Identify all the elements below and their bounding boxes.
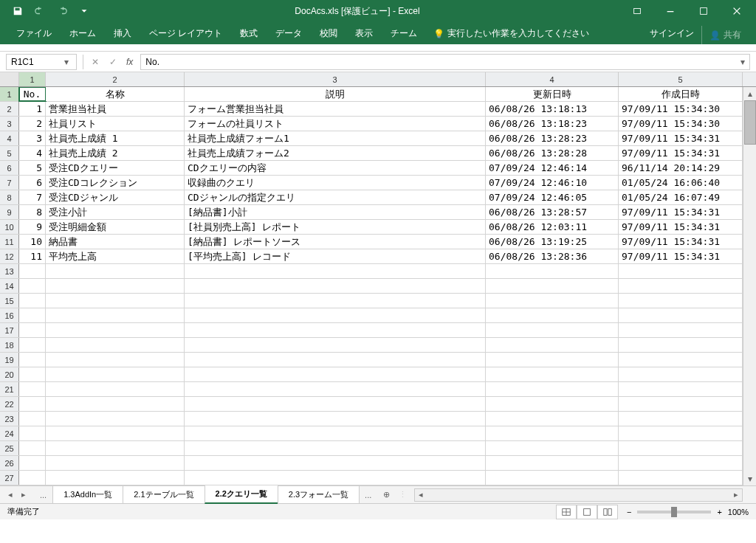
sheet-nav-first[interactable]: ◂	[4, 490, 16, 499]
cell[interactable]	[46, 323, 185, 337]
cell-name[interactable]: 受注小計	[46, 205, 185, 219]
cell-updated[interactable]: 07/09/24 12:46:05	[486, 190, 619, 204]
cell[interactable]	[619, 412, 743, 426]
cell[interactable]	[19, 382, 46, 396]
cell-no[interactable]: 7	[19, 190, 46, 204]
cell-created[interactable]: 97/09/11 15:34:30	[619, 102, 743, 116]
cell-updated[interactable]: 06/08/26 13:18:13	[486, 102, 619, 116]
cell[interactable]	[19, 308, 46, 322]
cell-desc[interactable]: フォーム営業担当社員	[185, 102, 486, 116]
tab-team[interactable]: チーム	[382, 23, 426, 44]
cell-created[interactable]: 97/09/11 15:34:30	[619, 117, 743, 131]
cell[interactable]	[19, 441, 46, 455]
cell-updated[interactable]: 07/09/24 12:46:10	[486, 176, 619, 190]
column-header-5[interactable]: 5	[619, 72, 743, 86]
cell[interactable]	[19, 471, 46, 485]
cell[interactable]	[19, 367, 46, 381]
row-header[interactable]: 9	[0, 205, 19, 219]
row-header[interactable]: 25	[0, 441, 19, 455]
cell-updated[interactable]: 06/08/26 13:28:28	[486, 146, 619, 160]
undo-button[interactable]	[30, 2, 50, 20]
cell[interactable]	[19, 279, 46, 293]
cell-updated[interactable]: 07/09/24 12:46:14	[486, 161, 619, 175]
row-header[interactable]: 12	[0, 249, 19, 263]
tab-insert[interactable]: 挿入	[105, 23, 140, 44]
row-header[interactable]: 23	[0, 412, 19, 426]
row-header[interactable]: 10	[0, 220, 19, 234]
horizontal-scrollbar[interactable]: ◂ ▸	[414, 488, 743, 502]
vertical-scrollbar[interactable]: ▴ ▾	[743, 87, 756, 485]
cell[interactable]	[185, 456, 486, 470]
cell-no[interactable]: 8	[19, 205, 46, 219]
share-button[interactable]: 👤 共有	[701, 26, 749, 44]
cell[interactable]	[486, 323, 619, 337]
cell-name[interactable]: 納品書	[46, 235, 185, 249]
zoom-in-button[interactable]: +	[717, 508, 721, 516]
row-header[interactable]: 18	[0, 338, 19, 352]
new-sheet-button[interactable]: ⊕	[377, 490, 396, 499]
cell-name[interactable]: 受注CDクエリー	[46, 161, 185, 175]
cell-desc[interactable]: 収録曲のクエリ	[185, 176, 486, 190]
column-header-2[interactable]: 2	[46, 72, 185, 86]
row-header[interactable]: 7	[0, 176, 19, 190]
cell[interactable]	[19, 397, 46, 411]
cell[interactable]	[185, 264, 486, 278]
cell[interactable]	[619, 279, 743, 293]
cell[interactable]	[619, 294, 743, 308]
cell[interactable]	[185, 279, 486, 293]
cell[interactable]	[486, 412, 619, 426]
row-header[interactable]: 21	[0, 382, 19, 396]
cell[interactable]	[486, 456, 619, 470]
cell[interactable]	[619, 308, 743, 322]
tab-review[interactable]: 校閲	[311, 23, 346, 44]
scroll-up-icon[interactable]: ▴	[743, 87, 756, 100]
cell-created[interactable]: 97/09/11 15:34:31	[619, 131, 743, 145]
row-header[interactable]: 2	[0, 102, 19, 116]
cell[interactable]	[486, 308, 619, 322]
cell-created[interactable]: 97/09/11 15:34:31	[619, 205, 743, 219]
cell-header-created[interactable]: 作成日時	[619, 87, 743, 101]
cell[interactable]	[185, 471, 486, 485]
zoom-out-button[interactable]: −	[627, 508, 631, 516]
cell-updated[interactable]: 06/08/26 13:28:36	[486, 249, 619, 263]
cell-no[interactable]: 5	[19, 161, 46, 175]
sheet-tab-table[interactable]: 2.1テーブル一覧	[123, 486, 205, 504]
cell[interactable]	[486, 397, 619, 411]
cell[interactable]	[619, 367, 743, 381]
cell-created[interactable]: 97/09/11 15:34:31	[619, 220, 743, 234]
row-header[interactable]: 14	[0, 279, 19, 293]
cell[interactable]	[19, 323, 46, 337]
cell[interactable]	[185, 382, 486, 396]
sheet-tab-query[interactable]: 2.2クエリ一覧	[205, 485, 278, 504]
tab-file[interactable]: ファイル	[7, 23, 61, 44]
row-header[interactable]: 15	[0, 294, 19, 308]
cell-created[interactable]: 97/09/11 15:34:31	[619, 235, 743, 249]
close-button[interactable]	[720, 0, 753, 22]
save-button[interactable]	[7, 2, 28, 20]
cell[interactable]	[486, 367, 619, 381]
cell-header-updated[interactable]: 更新日時	[486, 87, 619, 101]
cell[interactable]	[486, 426, 619, 440]
normal-view-button[interactable]	[556, 505, 577, 519]
sheet-more-right[interactable]: ...	[359, 491, 377, 499]
cell-updated[interactable]: 06/08/26 13:19:25	[486, 235, 619, 249]
tell-me-search[interactable]: 💡 実行したい作業を入力してください	[426, 23, 597, 44]
cell[interactable]	[185, 426, 486, 440]
scroll-left-icon[interactable]: ◂	[415, 490, 427, 499]
cell[interactable]	[619, 441, 743, 455]
cell-updated[interactable]: 06/08/26 12:03:11	[486, 220, 619, 234]
sheet-tab-form[interactable]: 2.3フォーム一覧	[278, 486, 360, 504]
cell-name[interactable]: 受注明細金額	[46, 220, 185, 234]
cell[interactable]	[486, 382, 619, 396]
cell-no[interactable]: 3	[19, 131, 46, 145]
cell-name[interactable]: 受注CDコレクション	[46, 176, 185, 190]
cell[interactable]	[619, 456, 743, 470]
cell[interactable]	[46, 308, 185, 322]
cell[interactable]	[46, 471, 185, 485]
cell[interactable]	[185, 308, 486, 322]
cell-updated[interactable]: 06/08/26 13:28:57	[486, 205, 619, 219]
cell[interactable]	[185, 294, 486, 308]
cell-desc[interactable]: CDクエリーの内容	[185, 161, 486, 175]
maximize-button[interactable]	[687, 0, 720, 22]
cell[interactable]	[185, 412, 486, 426]
